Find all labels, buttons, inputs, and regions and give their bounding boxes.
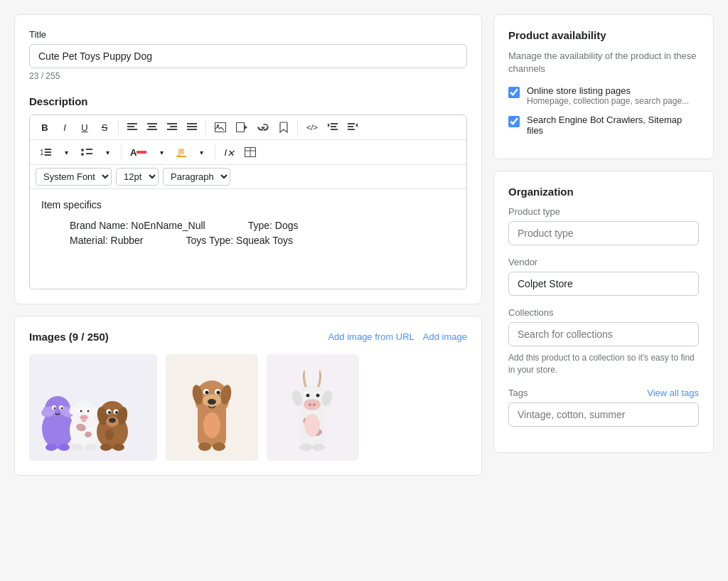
title-card: Title 23 / 255 Description B I U S (14, 14, 482, 304)
unordered-list-chevron[interactable]: ▾ (98, 143, 117, 161)
product-type-input[interactable] (508, 221, 699, 245)
svg-point-92 (213, 442, 225, 451)
svg-point-76 (105, 429, 114, 440)
svg-rect-30 (86, 149, 92, 150)
ordered-list-button[interactable]: 1. (36, 143, 55, 161)
code-button[interactable]: </> (302, 118, 322, 137)
svg-rect-28 (45, 154, 51, 156)
svg-rect-18 (237, 123, 245, 132)
italic-button[interactable]: I (55, 118, 74, 137)
ordered-list-chevron[interactable]: ▾ (57, 143, 75, 161)
organization-card: Organization Product type Vendor Collect… (493, 171, 714, 453)
images-card: Images (9 / 250) Add image from URL Add … (14, 316, 482, 476)
svg-point-86 (217, 391, 220, 395)
svg-point-60 (80, 415, 88, 420)
svg-point-108 (312, 444, 325, 451)
images-section-title: Images (9 / 250) (29, 331, 109, 343)
underline-button[interactable]: U (75, 118, 94, 137)
image-item-3[interactable] (267, 354, 359, 461)
svg-rect-1 (127, 126, 134, 127)
svg-rect-20 (331, 126, 336, 127)
svg-rect-21 (331, 129, 338, 130)
add-from-url-button[interactable]: Add image from URL (328, 331, 414, 342)
toolbar-row-1: B I U S (30, 115, 466, 140)
svg-rect-24 (348, 129, 355, 130)
image-item-2[interactable] (166, 354, 258, 461)
image-item-1[interactable] (29, 354, 157, 461)
svg-rect-35 (176, 156, 186, 157)
search-engine-checkbox[interactable] (508, 116, 520, 127)
view-all-tags-button[interactable]: View all tags (647, 388, 699, 398)
svg-point-31 (81, 153, 84, 156)
svg-point-46 (61, 407, 63, 410)
font-color-chevron[interactable]: ▾ (152, 143, 171, 161)
svg-point-63 (72, 444, 83, 451)
collections-search-input[interactable] (508, 322, 699, 346)
font-size-select[interactable]: 12pt (116, 168, 159, 186)
tags-header: Tags View all tags (508, 388, 699, 398)
toolbar-divider-3 (297, 120, 298, 134)
font-color-button[interactable]: A (126, 143, 151, 161)
collections-field: Collections Add this product to a collec… (508, 307, 699, 376)
align-center-button[interactable] (143, 118, 161, 137)
tags-input[interactable] (508, 403, 699, 427)
svg-point-103 (304, 399, 321, 410)
svg-point-102 (316, 394, 320, 398)
svg-rect-34 (178, 149, 184, 154)
tags-label: Tags (508, 388, 528, 398)
collections-label: Collections (508, 307, 699, 318)
align-right-button[interactable] (163, 118, 181, 137)
align-left-button[interactable] (123, 118, 141, 137)
svg-point-101 (306, 394, 310, 398)
link-button[interactable] (253, 118, 273, 137)
svg-point-105 (313, 403, 316, 406)
images-header: Images (9 / 250) Add image from URL Add … (29, 331, 467, 343)
highlight-button[interactable] (172, 143, 191, 161)
svg-rect-32 (86, 153, 92, 154)
toolbar-select-row: System Font 12pt Paragraph (30, 165, 466, 189)
description-label: Description (29, 95, 467, 107)
svg-rect-33 (136, 151, 146, 154)
type-value: Type: Dogs (248, 218, 299, 233)
item-specifics-title: Item specifics (41, 198, 455, 213)
product-type-field: Product type (508, 206, 699, 245)
images-grid (29, 354, 467, 461)
indent-left-button[interactable] (323, 118, 342, 137)
svg-point-58 (80, 410, 82, 412)
indent-right-button[interactable] (343, 118, 362, 137)
add-image-button[interactable]: Add image (423, 331, 467, 342)
vendor-input[interactable] (508, 272, 699, 296)
online-store-checkbox[interactable] (508, 87, 520, 98)
images-actions: Add image from URL Add image (328, 331, 467, 342)
brand-name: Brand Name: NoEnName_Null (70, 218, 205, 233)
char-count: 23 / 255 (29, 71, 467, 81)
bold-button[interactable]: B (36, 118, 54, 137)
svg-point-49 (58, 444, 70, 451)
svg-rect-5 (149, 126, 156, 127)
editor-content[interactable]: Item specifics Brand Name: NoEnName_Null… (30, 189, 466, 289)
align-justify-button[interactable] (183, 118, 201, 137)
svg-rect-27 (45, 151, 51, 153)
video-button[interactable] (232, 118, 252, 137)
clear-format-button[interactable]: I✕ (220, 143, 239, 161)
organization-title: Organization (508, 186, 699, 198)
toolbar-divider-4 (121, 145, 122, 159)
image-button[interactable] (210, 118, 230, 137)
toolbar-divider-1 (118, 120, 119, 134)
title-input[interactable] (29, 44, 467, 68)
table-button[interactable] (240, 143, 260, 161)
vendor-field: Vendor (508, 257, 699, 296)
bookmark-button[interactable] (274, 118, 293, 137)
search-engine-label-group: Search Engine Bot Crawlers, Sitemap file… (527, 114, 699, 136)
svg-point-91 (198, 442, 211, 451)
svg-point-17 (217, 124, 219, 127)
online-store-label: Online store listing pages (527, 85, 689, 96)
channel-online-store: Online store listing pages Homepage, col… (508, 85, 699, 106)
toy-group-svg-1 (33, 358, 154, 457)
strikethrough-button[interactable]: S (95, 118, 114, 137)
unordered-list-button[interactable] (77, 143, 97, 161)
highlight-chevron[interactable]: ▾ (192, 143, 210, 161)
font-family-select[interactable]: System Font (36, 168, 112, 186)
svg-rect-10 (167, 129, 177, 130)
paragraph-select[interactable]: Paragraph (163, 168, 230, 186)
